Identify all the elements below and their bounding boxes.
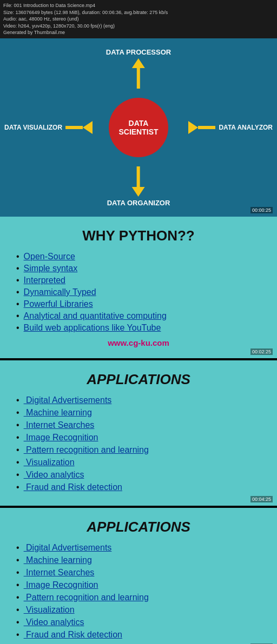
arrow-line-down (137, 166, 140, 187)
list-item: Pattern recognition and learning (16, 593, 261, 602)
internet-searches-link-2[interactable]: Internet Searches (24, 568, 95, 577)
arrow-up-icon (132, 58, 145, 68)
machine-learning-link-2[interactable]: Machine learning (24, 555, 92, 565)
arrow-line-up (137, 68, 140, 89)
open-source-link[interactable]: Open-Source (24, 252, 75, 261)
list-item: Visualization (16, 605, 261, 615)
analytical-link[interactable]: Analytical and quantitative computing (24, 311, 167, 320)
list-item: Internet Searches (16, 420, 261, 430)
data-scientist-circle: DATASCIENTIST (109, 98, 168, 157)
powerful-libraries-link[interactable]: Powerful Libraries (24, 299, 93, 308)
visualization-link-2[interactable]: Visualization (24, 605, 75, 614)
applications-timestamp-1: 00:04:25 (250, 496, 273, 502)
arrow-left-icon (83, 121, 93, 134)
list-item: Simple syntax (16, 264, 261, 273)
arrow-line-right (198, 126, 215, 129)
list-item: Machine learning (16, 408, 261, 418)
diagram-right-label: DATA ANALYZOR (219, 124, 273, 131)
list-item: Visualization (16, 458, 261, 467)
list-item: Analytical and quantitative computing (16, 311, 261, 321)
list-item: Image Recognition (16, 580, 261, 590)
visualization-link-1[interactable]: Visualization (24, 458, 75, 467)
list-item: Pattern recognition and learning (16, 445, 261, 455)
diagram-left-label: DATA VISUALIZOR (4, 124, 62, 131)
youtube-link[interactable]: Build web applications like YouTube (24, 323, 161, 332)
interpreted-link[interactable]: Interpreted (24, 276, 65, 285)
list-item: Digital Advertisements (16, 395, 261, 405)
list-item: Interpreted (16, 276, 261, 285)
image-recognition-link-2[interactable]: Image Recognition (24, 580, 98, 589)
why-python-title: WHY PYTHON?? (16, 227, 261, 244)
list-item: Powerful Libraries (16, 299, 261, 309)
fraud-detection-link-1[interactable]: Fraud and Risk detection (24, 482, 122, 492)
why-python-timestamp: 00:02:25 (250, 348, 273, 355)
diagram-bottom-label: DATA ORGANIZOR (107, 199, 170, 207)
why-python-section: WHY PYTHON?? Open-Source Simple syntax I… (0, 217, 277, 358)
applications-section-2: APPLICATIONS Digital Advertisements Mach… (0, 506, 277, 644)
video-file: File: 001 Introduction to Data Science.m… (3, 2, 274, 9)
image-recognition-link-1[interactable]: Image Recognition (24, 433, 98, 442)
arrow-line-left (65, 126, 83, 129)
video-video: Video: h264, yuv420p, 1280x720, 30.00 fp… (3, 23, 274, 30)
list-item: Fraud and Risk detection (16, 630, 261, 640)
list-item: Image Recognition (16, 433, 261, 442)
applications-list-2: Digital Advertisements Machine learning … (16, 543, 261, 640)
diagram-section: DATA PROCESSOR DATASCIENTIST DATA VISUAL… (0, 38, 277, 217)
pattern-recognition-link-2[interactable]: Pattern recognition and learning (24, 593, 149, 602)
list-item: Fraud and Risk detection (16, 482, 261, 492)
why-python-list: Open-Source Simple syntax Interpreted Dy… (16, 252, 261, 333)
pattern-recognition-link-1[interactable]: Pattern recognition and learning (24, 445, 149, 454)
list-item: Build web applications like YouTube (16, 323, 261, 333)
diagram-top-label: DATA PROCESSOR (106, 48, 171, 56)
applications-title-1: APPLICATIONS (16, 371, 261, 388)
internet-searches-link-1[interactable]: Internet Searches (24, 420, 95, 430)
digital-ads-link-1[interactable]: Digital Advertisements (24, 395, 112, 405)
video-analytics-link-2[interactable]: Video analytics (24, 618, 84, 627)
video-info-bar: File: 001 Introduction to Data Science.m… (0, 0, 277, 38)
list-item: Video analytics (16, 470, 261, 480)
video-analytics-link-1[interactable]: Video analytics (24, 470, 84, 479)
applications-section-1: APPLICATIONS Digital Advertisements Mach… (0, 358, 277, 506)
list-item: Open-Source (16, 252, 261, 261)
watermark: www.cg-ku.com (16, 338, 261, 347)
list-item: Dynamically Typed (16, 287, 261, 297)
machine-learning-link-1[interactable]: Machine learning (24, 408, 92, 417)
list-item: Machine learning (16, 555, 261, 565)
diagram-timestamp: 00:00:25 (250, 207, 273, 213)
list-item: Internet Searches (16, 568, 261, 578)
digital-ads-link-2[interactable]: Digital Advertisements (24, 543, 112, 552)
list-item: Digital Advertisements (16, 543, 261, 553)
arrow-right-icon (188, 121, 198, 134)
dynamically-typed-link[interactable]: Dynamically Typed (24, 287, 96, 297)
applications-title-2: APPLICATIONS (16, 519, 261, 535)
simple-syntax-link[interactable]: Simple syntax (24, 264, 78, 273)
applications-list-1: Digital Advertisements Machine learning … (16, 395, 261, 492)
center-label: DATASCIENTIST (118, 119, 158, 136)
fraud-detection-link-2[interactable]: Fraud and Risk detection (24, 630, 122, 639)
arrow-down-icon (132, 187, 145, 197)
video-size: Size: 136076649 bytes (12.98 MiB), durat… (3, 9, 274, 16)
video-generated: Generated by Thumbnail.me (3, 29, 274, 36)
list-item: Video analytics (16, 618, 261, 627)
video-audio: Audio: aac, 48000 Hz, stereo (und) (3, 16, 274, 23)
